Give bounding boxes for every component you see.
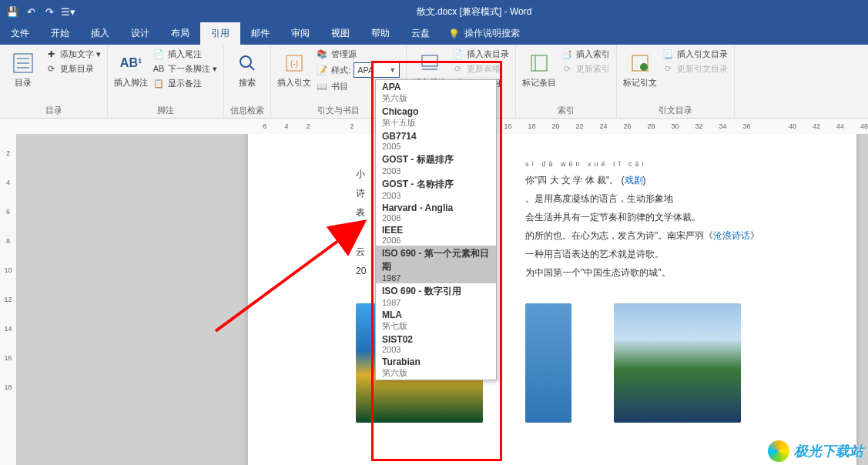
search-button[interactable]: 搜索 — [230, 48, 264, 89]
body-text[interactable]: sì dà wén xué tǐ cái 你"四 大 文 学 体 裁"。 (戏剧… — [525, 157, 833, 282]
ribbon-group-research: 搜索 信息检索 — [224, 45, 271, 118]
svg-rect-8 — [422, 55, 437, 66]
next-icon: AB — [152, 62, 165, 75]
show-notes-button[interactable]: 📋显示备注 — [152, 77, 217, 89]
group-label-toa: 引文目录 — [623, 103, 728, 116]
window-title: 散文.docx [兼容模式] - Word — [80, 5, 868, 18]
svg-text:(-): (-) — [290, 59, 298, 68]
insert-index-icon: 📑 — [561, 48, 573, 60]
image-3[interactable] — [614, 303, 741, 423]
insert-citation-button[interactable]: (-) 插入引文 — [277, 48, 311, 89]
dropdown-item[interactable]: Harvard - Anglia2008 — [376, 201, 496, 223]
title-bar: 💾 ↶ ↷ ☰▾ 散文.docx [兼容模式] - Word — [0, 0, 868, 23]
link-drama[interactable]: 戏剧 — [625, 175, 643, 186]
tab-help[interactable]: 帮助 — [360, 22, 400, 45]
link-canglang[interactable]: 沧浪诗话 — [713, 230, 750, 241]
footnote-label: 插入脚注 — [114, 77, 148, 89]
watermark-icon — [768, 440, 789, 462]
update-toa-button: ⟳更新引文目录 — [662, 62, 728, 75]
tab-cloud[interactable]: 云盘 — [400, 22, 441, 45]
undo-icon[interactable]: ↶ — [25, 5, 37, 18]
tab-insert[interactable]: 插入 — [80, 22, 120, 45]
update-index-icon: ⟳ — [561, 62, 573, 75]
touch-mode-icon[interactable]: ☰▾ — [62, 5, 74, 18]
ribbon-group-index: 标记条目 📑插入索引 ⟳更新索引 索引 — [516, 45, 617, 118]
side-labels: 小 诗 表 》 云 20 — [356, 165, 366, 281]
citation-label: 插入引文 — [277, 77, 311, 89]
dropdown-item[interactable]: IEEE2006 — [376, 223, 496, 246]
group-label-toc: 目录 — [6, 103, 101, 116]
insert-toa-button[interactable]: 📃插入引文目录 — [662, 48, 728, 60]
menu-bar: 文件 开始 插入 设计 布局 引用 邮件 审阅 视图 帮助 云盘 💡 操作说明搜… — [0, 23, 868, 45]
tab-layout[interactable]: 布局 — [160, 22, 200, 45]
toc-icon — [11, 51, 35, 75]
endnote-icon: 📄 — [152, 48, 165, 60]
svg-line-5 — [250, 65, 254, 70]
tab-home[interactable]: 开始 — [40, 22, 80, 45]
mark-citation-label: 标记引文 — [623, 77, 657, 89]
quick-access-toolbar: 💾 ↶ ↷ ☰▾ — [0, 5, 80, 18]
tab-file[interactable]: 文件 — [0, 22, 40, 45]
search-label: 搜索 — [239, 77, 256, 89]
dropdown-item[interactable]: ISO 690 - 第一个元素和日期1987 — [376, 246, 496, 283]
tab-design[interactable]: 设计 — [120, 22, 160, 45]
style-value: APA — [357, 65, 374, 75]
tab-view[interactable]: 视图 — [320, 22, 360, 45]
document-page[interactable]: 小 诗 表 》 云 20 sì dà wén xué tǐ cái 你"四 大 … — [248, 134, 856, 465]
chevron-down-icon: ▼ — [389, 66, 396, 74]
citation-icon: (-) — [282, 51, 307, 75]
svg-point-4 — [240, 56, 251, 67]
tab-review[interactable]: 审阅 — [280, 22, 320, 45]
insert-endnote-button[interactable]: 📄插入尾注 — [152, 48, 217, 60]
toc-button[interactable]: 目录 — [6, 48, 40, 89]
tof-icon: 📄 — [451, 48, 464, 60]
redo-icon[interactable]: ↷ — [43, 5, 55, 18]
ribbon-group-toc: 目录 ✚添加文字 ▾ ⟳更新目录 目录 — [0, 45, 108, 118]
next-footnote-button[interactable]: AB下一条脚注 ▾ — [152, 62, 217, 75]
dropdown-item[interactable]: MLA第七版 — [376, 308, 496, 333]
ruler-vertical[interactable]: 24681012141618 — [0, 134, 17, 465]
dropdown-item[interactable]: SIST022003 — [376, 333, 496, 355]
manage-sources-button[interactable]: 📚管理源 — [316, 48, 400, 60]
tab-mailings[interactable]: 邮件 — [240, 22, 280, 45]
update-table-icon: ⟳ — [451, 62, 464, 75]
biblio-icon: 📖 — [316, 80, 328, 92]
insert-index-button[interactable]: 📑插入索引 — [561, 48, 610, 60]
mark-entry-icon — [527, 51, 551, 75]
dropdown-item[interactable]: Turabian第六版 — [376, 355, 496, 380]
add-text-button[interactable]: ✚添加文字 ▾ — [45, 48, 101, 60]
style-select[interactable]: APA ▼ — [354, 62, 400, 78]
pinyin-text: sì dà wén xué tǐ cái — [525, 157, 833, 171]
image-2[interactable] — [525, 303, 571, 423]
style-label: 样式: — [331, 65, 350, 76]
style-icon: 📝 — [316, 64, 328, 76]
style-dropdown[interactable]: APA第六版Chicago第十五版GB77142005GOST - 标题排序20… — [375, 79, 497, 380]
add-text-icon: ✚ — [45, 48, 57, 60]
ribbon-group-footnotes: AB¹ 插入脚注 📄插入尾注 AB下一条脚注 ▾ 📋显示备注 脚注 — [108, 45, 224, 118]
dropdown-item[interactable]: APA第六版 — [376, 80, 496, 105]
manage-icon: 📚 — [316, 48, 328, 60]
footnote-icon: AB¹ — [119, 51, 143, 75]
dropdown-item[interactable]: ISO 690 - 数字引用1987 — [376, 283, 496, 308]
show-icon: 📋 — [152, 77, 165, 89]
save-icon[interactable]: 💾 — [6, 5, 18, 18]
mark-entry-button[interactable]: 标记条目 — [522, 48, 556, 89]
update-index-button: ⟳更新索引 — [561, 62, 610, 75]
dropdown-item[interactable]: GOST - 名称排序2003 — [376, 176, 496, 201]
search-hint-text: 操作说明搜索 — [464, 27, 520, 40]
tab-references[interactable]: 引用 — [200, 22, 240, 45]
dropdown-item[interactable]: Chicago第十五版 — [376, 105, 496, 129]
group-label-index: 索引 — [522, 103, 610, 116]
search-icon — [235, 51, 260, 75]
dropdown-item[interactable]: GOST - 标题排序2003 — [376, 152, 496, 176]
mark-citation-button[interactable]: 标记引文 — [623, 48, 657, 89]
update-table-button: ⟳更新表格 — [451, 62, 509, 75]
group-label-research: 信息检索 — [230, 103, 264, 116]
tell-me-search[interactable]: 💡 操作说明搜索 — [441, 22, 528, 45]
insert-tof-button[interactable]: 📄插入表目录 — [451, 48, 509, 60]
style-row: 📝 样式: APA ▼ — [316, 62, 400, 78]
insert-footnote-button[interactable]: AB¹ 插入脚注 — [114, 48, 148, 89]
dropdown-item[interactable]: GB77142005 — [376, 129, 496, 152]
watermark: 极光下载站 — [768, 440, 863, 462]
update-toc-button[interactable]: ⟳更新目录 — [45, 62, 101, 75]
